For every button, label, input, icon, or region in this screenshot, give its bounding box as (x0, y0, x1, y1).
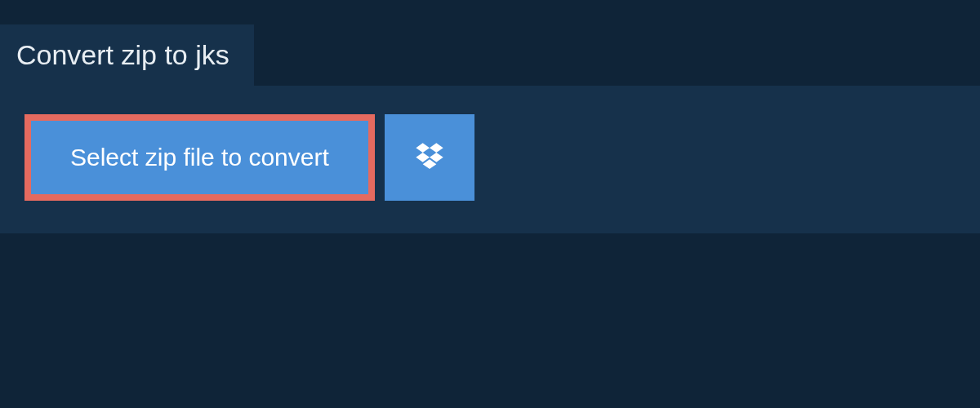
dropbox-icon (413, 140, 446, 175)
dropbox-button[interactable] (385, 114, 474, 201)
select-file-button[interactable]: Select zip file to convert (24, 114, 375, 201)
select-file-button-label: Select zip file to convert (70, 144, 329, 171)
button-row: Select zip file to convert (24, 114, 956, 201)
page-tab: Convert zip to jks (0, 24, 254, 86)
convert-panel: Select zip file to convert (0, 86, 980, 233)
page-title: Convert zip to jks (16, 39, 229, 70)
